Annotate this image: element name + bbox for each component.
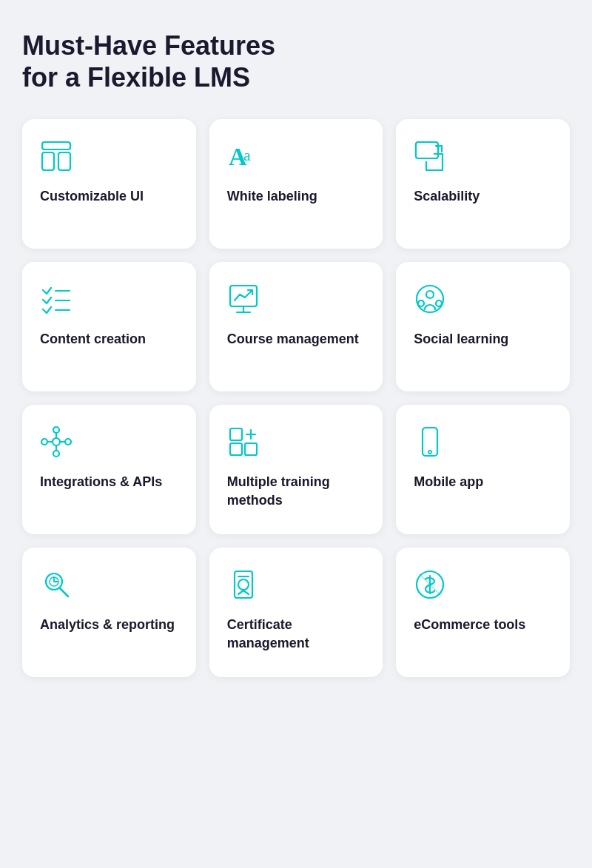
card-white-labeling: A a White labeling (209, 119, 383, 249)
card-customizable-ui-label: Customizable UI (40, 187, 144, 205)
svg-rect-0 (42, 142, 70, 149)
svg-rect-26 (230, 443, 242, 455)
svg-point-20 (41, 439, 47, 445)
page-title: Must-Have Features for a Flexible LMS (22, 30, 570, 93)
svg-rect-25 (230, 428, 242, 440)
dollar-circle-icon (414, 568, 446, 601)
features-grid: Customizable UI A a White labeling Scala… (22, 119, 570, 677)
svg-rect-2 (58, 152, 70, 170)
card-course-management: Course management (209, 262, 383, 391)
people-circle-icon (414, 283, 446, 315)
card-social-learning: Social learning (396, 262, 570, 391)
card-analytics-reporting: Analytics & reporting (22, 548, 196, 677)
network-icon (40, 425, 73, 458)
card-mobile-app-label: Mobile app (414, 473, 483, 491)
card-multiple-training-label: Multiple training methods (227, 473, 366, 509)
svg-point-18 (65, 439, 71, 445)
card-integrations-apis-label: Integrations & APIs (40, 473, 162, 491)
svg-line-39 (238, 591, 243, 594)
chart-board-icon (227, 283, 260, 315)
svg-rect-5 (416, 142, 438, 158)
card-ecommerce-tools: eCommerce tools (396, 548, 570, 677)
card-mobile-app: Mobile app (396, 405, 570, 534)
svg-text:a: a (243, 146, 251, 164)
card-content-creation-label: Content creation (40, 330, 146, 348)
svg-point-15 (436, 300, 442, 306)
svg-point-13 (426, 291, 434, 298)
svg-point-19 (53, 451, 59, 457)
card-analytics-reporting-label: Analytics & reporting (40, 616, 175, 633)
card-certificate-management: Certificate management (209, 548, 383, 677)
checklist-icon (40, 283, 73, 315)
card-certificate-management-label: Certificate management (227, 616, 366, 652)
grid-plus-icon (227, 425, 260, 458)
card-social-learning-label: Social learning (414, 330, 508, 348)
card-integrations-apis: Integrations & APIs (22, 405, 196, 534)
card-course-management-label: Course management (227, 330, 359, 348)
svg-point-38 (238, 579, 249, 590)
font-icon: A a (227, 140, 260, 172)
analytics-icon (40, 568, 73, 601)
card-white-labeling-label: White labeling (227, 187, 317, 205)
card-ecommerce-tools-label: eCommerce tools (414, 616, 525, 633)
card-content-creation: Content creation (22, 262, 196, 391)
card-scalability: Scalability (396, 119, 570, 249)
svg-rect-30 (423, 428, 437, 456)
svg-line-40 (243, 591, 249, 594)
svg-point-17 (53, 427, 59, 433)
card-multiple-training: Multiple training methods (209, 405, 383, 534)
card-customizable-ui: Customizable UI (22, 119, 196, 249)
card-scalability-label: Scalability (414, 187, 480, 205)
svg-point-16 (53, 438, 60, 445)
svg-point-31 (428, 451, 431, 454)
svg-line-34 (60, 588, 68, 596)
layout-icon (40, 140, 73, 172)
mobile-icon (414, 425, 446, 458)
expand-icon (414, 140, 446, 172)
svg-rect-27 (245, 443, 257, 455)
svg-point-14 (418, 300, 424, 306)
certificate-icon (227, 568, 260, 601)
svg-rect-37 (235, 571, 252, 598)
svg-rect-1 (42, 152, 54, 170)
